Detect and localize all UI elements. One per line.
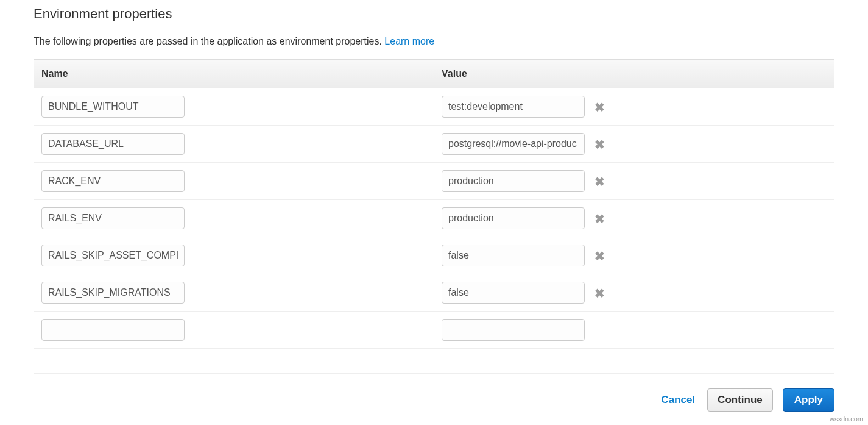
prop-value-input[interactable]	[442, 96, 585, 118]
description-text: The following properties are passed in t…	[34, 36, 382, 46]
table-row: ✖	[34, 274, 834, 312]
title-divider	[34, 27, 834, 27]
table-row: ✖	[34, 237, 834, 274]
prop-name-input[interactable]	[41, 282, 185, 304]
remove-row-icon[interactable]: ✖	[595, 176, 605, 188]
table-row-blank	[34, 312, 834, 349]
section-description: The following properties are passed in t…	[34, 36, 834, 47]
prop-value-input[interactable]	[442, 170, 585, 192]
prop-value-input[interactable]	[442, 207, 585, 229]
watermark-text: wsxdn.com	[830, 415, 863, 423]
prop-name-input[interactable]	[41, 133, 185, 155]
section-title: Environment properties	[34, 6, 834, 27]
remove-row-icon[interactable]: ✖	[595, 138, 605, 151]
prop-name-input[interactable]	[41, 207, 185, 229]
prop-value-input[interactable]	[442, 245, 585, 266]
remove-row-icon[interactable]: ✖	[595, 213, 605, 225]
prop-value-input[interactable]	[442, 282, 585, 304]
footer-actions: Cancel Continue Apply	[34, 388, 834, 412]
remove-row-icon[interactable]: ✖	[595, 250, 605, 262]
continue-button[interactable]: Continue	[707, 388, 773, 412]
cancel-button[interactable]: Cancel	[658, 389, 697, 411]
prop-value-input-blank[interactable]	[442, 319, 585, 341]
table-row: ✖	[34, 88, 834, 126]
table-row: ✖	[34, 163, 834, 200]
column-header-value: Value	[434, 60, 834, 88]
learn-more-link[interactable]: Learn more	[384, 36, 434, 46]
remove-row-icon[interactable]: ✖	[595, 287, 605, 299]
env-properties-table: Name Value ✖ ✖ ✖	[34, 59, 834, 349]
table-row: ✖	[34, 200, 834, 237]
prop-name-input-blank[interactable]	[41, 319, 185, 341]
footer-divider	[34, 373, 834, 374]
prop-name-input[interactable]	[41, 170, 185, 192]
prop-name-input[interactable]	[41, 245, 185, 266]
table-row: ✖	[34, 126, 834, 163]
apply-button[interactable]: Apply	[783, 388, 834, 412]
column-header-name: Name	[34, 60, 434, 88]
remove-row-icon[interactable]: ✖	[595, 101, 605, 113]
prop-name-input[interactable]	[41, 96, 185, 118]
prop-value-input[interactable]	[442, 133, 585, 155]
